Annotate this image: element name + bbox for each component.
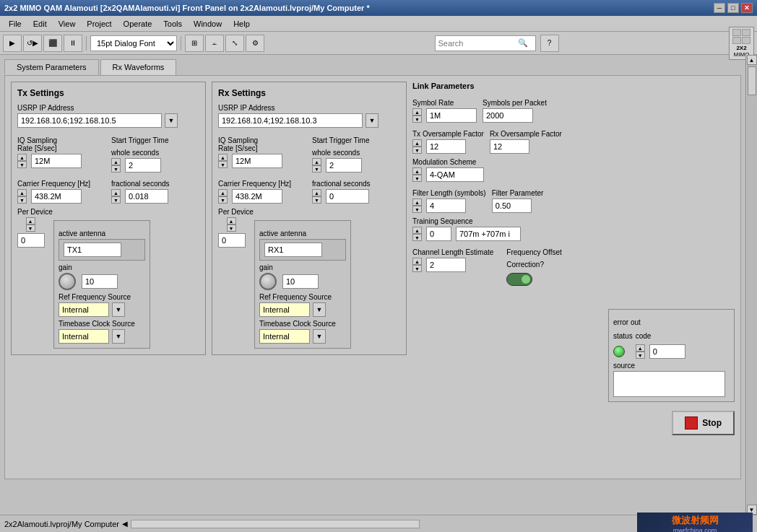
rx-timebase-dropdown[interactable]: ▼: [313, 329, 326, 344]
tx-pd-up[interactable]: ▲: [26, 217, 35, 224]
minimize-button[interactable]: ─: [714, 3, 725, 13]
rx-iq-input[interactable]: [232, 154, 282, 168]
rx-ref-freq-dropdown[interactable]: ▼: [313, 302, 326, 317]
error-source-input[interactable]: [613, 371, 725, 397]
tx-iq-up[interactable]: ▲: [17, 154, 27, 161]
menu-help[interactable]: Help: [228, 18, 256, 30]
channel-length-input[interactable]: [426, 258, 466, 272]
sr-dn[interactable]: ▼: [412, 115, 422, 123]
tx-gain-input[interactable]: [82, 274, 118, 289]
help-button[interactable]: ?: [540, 35, 559, 52]
run-continuously-button[interactable]: ↺▶: [23, 35, 42, 52]
tx-carrier-dn[interactable]: ▼: [17, 196, 27, 204]
filter-param-input[interactable]: [492, 199, 532, 213]
menu-project[interactable]: Project: [81, 18, 117, 30]
rx-gain-input[interactable]: [282, 274, 319, 289]
menu-edit[interactable]: Edit: [27, 18, 53, 30]
tx-carrier-up[interactable]: ▲: [17, 189, 27, 196]
maximize-button[interactable]: □: [727, 3, 739, 13]
tab-system-parameters[interactable]: System Parameters: [4, 59, 99, 75]
mod-up[interactable]: ▲: [412, 167, 422, 175]
rx-antenna-input[interactable]: [264, 243, 322, 257]
rx-pd-up[interactable]: ▲: [227, 217, 236, 224]
search-input[interactable]: [438, 39, 518, 48]
rx-timebase-input[interactable]: [259, 329, 310, 344]
tx-antenna-input[interactable]: [64, 243, 121, 257]
tx-iq-dn[interactable]: ▼: [17, 161, 27, 168]
tx-frac-dn[interactable]: ▼: [111, 196, 121, 204]
tx-per-device-input[interactable]: [17, 233, 45, 248]
rx-iq-up[interactable]: ▲: [218, 154, 228, 161]
code-dn[interactable]: ▼: [636, 352, 645, 359]
freq-offset-toggle[interactable]: [506, 273, 532, 286]
tx-usrp-input[interactable]: [17, 113, 162, 128]
tx-os-up[interactable]: ▲: [412, 139, 422, 147]
mod-dn[interactable]: ▼: [412, 175, 422, 182]
tx-gain-knob[interactable]: [59, 273, 76, 290]
font-selector[interactable]: 15pt Dialog Font: [90, 35, 177, 51]
menu-window[interactable]: Window: [188, 18, 228, 30]
sr-up[interactable]: ▲: [412, 108, 422, 115]
tx-whole-sec-input[interactable]: [125, 158, 161, 173]
abort-button[interactable]: ⬛: [43, 35, 62, 52]
pause-button[interactable]: ⏸: [64, 35, 82, 52]
tx-timebase-dropdown[interactable]: ▼: [112, 329, 125, 344]
align-button[interactable]: ⊞: [185, 35, 204, 52]
tx-usrp-dropdown[interactable]: ▼: [165, 113, 178, 128]
rx-carrier-up[interactable]: ▲: [218, 189, 228, 196]
tx-pd-dn[interactable]: ▼: [26, 224, 35, 232]
stop-button[interactable]: Stop: [672, 411, 735, 435]
tx-carrier-input[interactable]: [31, 189, 82, 204]
rx-iq-dn[interactable]: ▼: [218, 161, 228, 168]
rx-per-device-input[interactable]: [218, 233, 246, 248]
reorder-button[interactable]: ⚙: [246, 35, 264, 52]
tab-rx-waveforms[interactable]: Rx Waveforms: [100, 59, 177, 75]
rx-frac-up[interactable]: ▲: [312, 189, 321, 196]
rx-carrier-dn[interactable]: ▼: [218, 196, 228, 204]
tx-ref-freq-input[interactable]: [59, 302, 109, 317]
rx-oversample-input[interactable]: [490, 139, 529, 154]
ts-dn[interactable]: ▼: [412, 234, 422, 241]
rx-whole-sec-input[interactable]: [326, 158, 362, 173]
menu-view[interactable]: View: [53, 18, 82, 30]
menu-file[interactable]: File: [3, 18, 27, 30]
symbol-rate-input[interactable]: [426, 108, 477, 123]
rx-pd-dn[interactable]: ▼: [227, 224, 236, 232]
rx-carrier-input[interactable]: [232, 189, 282, 204]
training-seq-input[interactable]: [426, 227, 451, 241]
run-button[interactable]: ▶: [3, 35, 22, 52]
cl-dn[interactable]: ▼: [412, 265, 422, 272]
rx-whole-up[interactable]: ▲: [312, 158, 321, 165]
distribute-button[interactable]: ⫠: [205, 35, 224, 52]
tx-ref-freq-dropdown[interactable]: ▼: [112, 302, 125, 317]
close-button[interactable]: ✕: [741, 3, 753, 13]
scroll-up[interactable]: ▲: [747, 55, 757, 65]
status-scroll[interactable]: [131, 520, 420, 528]
fl-up[interactable]: ▲: [412, 199, 422, 206]
tx-os-dn[interactable]: ▼: [412, 147, 422, 154]
modulation-input[interactable]: [426, 167, 484, 182]
rx-frac-dn[interactable]: ▼: [312, 196, 321, 204]
fl-dn[interactable]: ▼: [412, 206, 422, 213]
rx-gain-knob[interactable]: [259, 273, 277, 290]
rx-usrp-input[interactable]: [218, 113, 363, 128]
menu-tools[interactable]: Tools: [157, 18, 188, 30]
rx-whole-dn[interactable]: ▼: [312, 165, 321, 173]
scroll-thumb[interactable]: [748, 66, 756, 95]
ts-up[interactable]: ▲: [412, 227, 422, 234]
tx-frac-input[interactable]: [125, 189, 168, 204]
filter-length-input[interactable]: [426, 199, 466, 213]
tx-whole-dn[interactable]: ▼: [111, 165, 121, 173]
rx-ref-freq-input[interactable]: [259, 302, 310, 317]
code-up[interactable]: ▲: [636, 344, 645, 352]
rx-usrp-dropdown[interactable]: ▼: [365, 113, 378, 128]
resize-button[interactable]: ⤡: [225, 35, 244, 52]
symbols-per-packet-input[interactable]: [483, 108, 533, 123]
tx-frac-up[interactable]: ▲: [111, 189, 121, 196]
cl-up[interactable]: ▲: [412, 258, 422, 265]
tx-iq-input[interactable]: [31, 154, 82, 168]
tx-timebase-input[interactable]: [59, 329, 109, 344]
tx-oversample-input[interactable]: [426, 139, 466, 154]
menu-operate[interactable]: Operate: [118, 18, 158, 30]
rx-frac-input[interactable]: [326, 189, 369, 204]
